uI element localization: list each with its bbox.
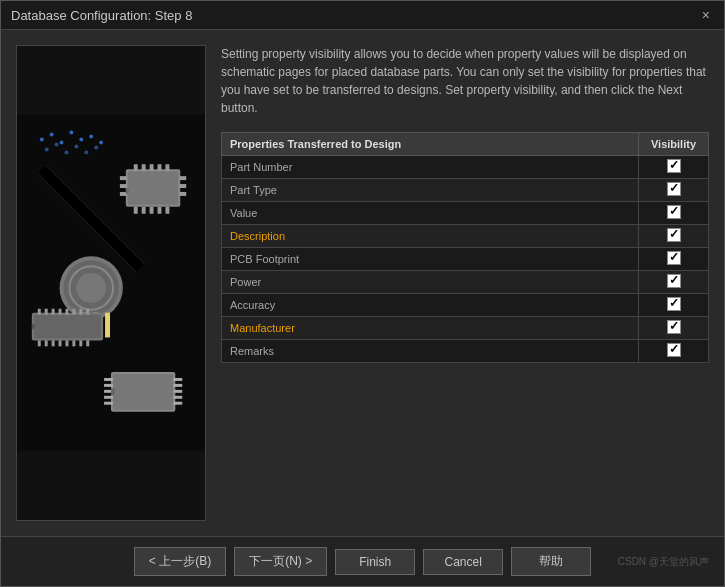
- svg-point-4: [69, 131, 73, 135]
- cancel-button[interactable]: Cancel: [423, 549, 503, 575]
- svg-rect-28: [120, 176, 127, 180]
- svg-rect-46: [59, 309, 62, 315]
- property-name: Remarks: [222, 340, 639, 363]
- svg-rect-30: [120, 192, 127, 196]
- visibility-checkbox[interactable]: [667, 159, 681, 173]
- svg-rect-49: [79, 309, 82, 315]
- svg-rect-48: [72, 309, 75, 315]
- illustration-panel: [16, 45, 206, 521]
- svg-rect-38: [105, 313, 110, 338]
- svg-rect-23: [134, 207, 138, 214]
- svg-point-13: [94, 145, 98, 149]
- svg-point-12: [84, 150, 88, 154]
- property-name: Part Number: [222, 156, 639, 179]
- svg-rect-27: [165, 207, 169, 214]
- svg-point-1: [40, 138, 44, 142]
- close-button[interactable]: ×: [698, 7, 714, 23]
- svg-rect-70: [173, 402, 182, 405]
- svg-rect-62: [104, 384, 113, 387]
- visibility-checkbox[interactable]: [667, 228, 681, 242]
- property-name: PCB Footprint: [222, 248, 639, 271]
- finish-button[interactable]: Finish: [335, 549, 415, 575]
- property-name: Value: [222, 202, 639, 225]
- svg-rect-50: [86, 309, 89, 315]
- visibility-checkbox[interactable]: [667, 205, 681, 219]
- property-name: Accuracy: [222, 294, 639, 317]
- visibility-cell[interactable]: [639, 294, 709, 317]
- svg-rect-32: [179, 184, 186, 188]
- svg-rect-53: [52, 340, 55, 346]
- svg-rect-20: [150, 164, 154, 171]
- svg-rect-67: [173, 384, 182, 387]
- svg-rect-52: [45, 340, 48, 346]
- col1-header: Properties Transferred to Design: [222, 133, 639, 156]
- svg-rect-68: [173, 390, 182, 393]
- visibility-checkbox[interactable]: [667, 343, 681, 357]
- table-row: Power: [222, 271, 709, 294]
- visibility-cell[interactable]: [639, 156, 709, 179]
- svg-rect-60: [113, 374, 173, 410]
- svg-rect-33: [179, 192, 186, 196]
- svg-rect-54: [59, 340, 62, 346]
- svg-point-40: [76, 273, 106, 303]
- table-row: Part Type: [222, 179, 709, 202]
- visibility-checkbox[interactable]: [667, 182, 681, 196]
- visibility-checkbox[interactable]: [667, 297, 681, 311]
- svg-rect-45: [52, 309, 55, 315]
- table-row: Accuracy: [222, 294, 709, 317]
- help-button[interactable]: 帮助: [511, 547, 591, 576]
- visibility-checkbox[interactable]: [667, 320, 681, 334]
- prev-button[interactable]: < 上一步(B): [134, 547, 226, 576]
- svg-rect-57: [79, 340, 82, 346]
- svg-point-5: [79, 138, 83, 142]
- table-row: Description: [222, 225, 709, 248]
- svg-point-6: [89, 135, 93, 139]
- next-button[interactable]: 下一页(N) >: [234, 547, 327, 576]
- svg-rect-47: [65, 309, 68, 315]
- svg-rect-64: [104, 396, 113, 399]
- svg-rect-22: [165, 164, 169, 171]
- visibility-cell[interactable]: [639, 225, 709, 248]
- visibility-cell[interactable]: [639, 317, 709, 340]
- right-panel: Setting property visibility allows you t…: [221, 45, 709, 521]
- visibility-cell[interactable]: [639, 202, 709, 225]
- visibility-cell[interactable]: [639, 179, 709, 202]
- svg-rect-31: [179, 176, 186, 180]
- svg-rect-19: [142, 164, 146, 171]
- table-row: Value: [222, 202, 709, 225]
- title-bar: Database Configuration: Step 8 ×: [1, 1, 724, 30]
- visibility-cell[interactable]: [639, 271, 709, 294]
- window-title: Database Configuration: Step 8: [11, 8, 192, 23]
- svg-rect-25: [150, 207, 154, 214]
- visibility-checkbox[interactable]: [667, 251, 681, 265]
- footer: < 上一步(B) 下一页(N) > Finish Cancel 帮助 CSDN …: [1, 536, 724, 586]
- property-name: Manufacturer: [222, 317, 639, 340]
- svg-rect-17: [128, 171, 178, 205]
- svg-rect-24: [142, 207, 146, 214]
- property-name: Part Type: [222, 179, 639, 202]
- svg-point-9: [55, 142, 59, 146]
- svg-rect-69: [173, 396, 182, 399]
- table-row: Manufacturer: [222, 317, 709, 340]
- main-window: Database Configuration: Step 8 ×: [0, 0, 725, 587]
- visibility-cell[interactable]: [639, 340, 709, 363]
- content-area: Setting property visibility allows you t…: [1, 30, 724, 536]
- svg-rect-42: [34, 315, 101, 339]
- svg-rect-51: [38, 340, 41, 346]
- svg-point-8: [45, 147, 49, 151]
- svg-rect-21: [158, 164, 162, 171]
- visibility-checkbox[interactable]: [667, 274, 681, 288]
- col2-header: Visibility: [639, 133, 709, 156]
- visibility-cell[interactable]: [639, 248, 709, 271]
- description-text: Setting property visibility allows you t…: [221, 45, 709, 117]
- components-illustration: [17, 46, 205, 520]
- watermark: CSDN @天堂的风声: [618, 555, 709, 569]
- svg-rect-66: [173, 378, 182, 381]
- svg-rect-61: [104, 378, 113, 381]
- svg-point-7: [99, 141, 103, 145]
- svg-rect-65: [104, 402, 113, 405]
- svg-rect-29: [120, 184, 127, 188]
- svg-point-11: [74, 144, 78, 148]
- properties-table: Properties Transferred to Design Visibil…: [221, 132, 709, 363]
- svg-point-3: [60, 141, 64, 145]
